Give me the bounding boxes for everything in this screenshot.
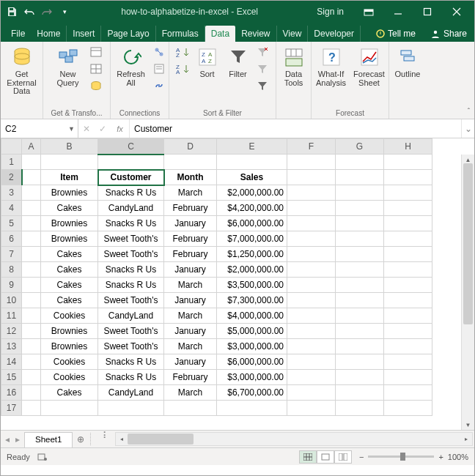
cell-C5[interactable]: Snacks R Us: [98, 216, 164, 231]
cell-D14[interactable]: January: [164, 354, 217, 370]
row-header-5[interactable]: 5: [1, 216, 22, 231]
tab-review[interactable]: Review: [235, 26, 276, 42]
cell-B17[interactable]: [41, 401, 98, 416]
refresh-all-button[interactable]: RefreshAll: [113, 44, 150, 87]
maximize-button[interactable]: [413, 1, 442, 23]
sort-desc-button[interactable]: ZA: [175, 61, 191, 77]
recent-sources-button[interactable]: [88, 78, 104, 94]
cell-C7[interactable]: Sweet Tooth's: [98, 247, 164, 262]
cell-G5[interactable]: [336, 216, 384, 231]
sheet-tab-sheet1[interactable]: Sheet1: [24, 432, 73, 447]
row-header-10[interactable]: 10: [1, 293, 22, 308]
cell-E6[interactable]: $7,000,000.00: [217, 231, 287, 247]
cell-A1[interactable]: [22, 155, 41, 170]
zoom-out-button[interactable]: −: [359, 453, 364, 461]
row-header-3[interactable]: 3: [1, 185, 22, 201]
clear-filter-button[interactable]: [254, 44, 270, 60]
cell-C14[interactable]: Snacks R Us: [98, 354, 164, 370]
undo-button[interactable]: [21, 4, 37, 20]
cell-G11[interactable]: [336, 308, 384, 324]
forecast-sheet-button[interactable]: ForecastSheet: [351, 44, 388, 87]
cell-B7[interactable]: Cakes: [41, 247, 98, 262]
sheet-nav-prev-icon[interactable]: ◂: [5, 434, 10, 445]
cell-D11[interactable]: March: [164, 308, 217, 324]
cell-G13[interactable]: [336, 339, 384, 354]
sort-asc-button[interactable]: AZ: [175, 44, 191, 60]
cell-E11[interactable]: $4,000,000.00: [217, 308, 287, 324]
cell-G3[interactable]: [336, 185, 384, 201]
horizontal-scrollbar[interactable]: ◂ ▸: [115, 432, 473, 446]
cell-G9[interactable]: [336, 278, 384, 293]
data-tools-button[interactable]: DataTools: [279, 44, 309, 87]
cell-D6[interactable]: February: [164, 231, 217, 247]
tab-home[interactable]: Home: [31, 26, 67, 42]
cell-C13[interactable]: Sweet Tooth's: [98, 339, 164, 354]
cell-B1[interactable]: [41, 155, 98, 170]
cell-H2[interactable]: [384, 170, 432, 185]
minimize-button[interactable]: [383, 1, 413, 23]
cell-C10[interactable]: Sweet Tooth's: [98, 293, 164, 308]
cell-E3[interactable]: $2,000,000.00: [217, 185, 287, 201]
cell-D3[interactable]: March: [164, 185, 217, 201]
tab-formulas[interactable]: Formulas: [156, 26, 205, 42]
row-header-11[interactable]: 11: [1, 308, 22, 324]
cell-F4[interactable]: [287, 201, 336, 216]
vertical-scrollbar[interactable]: ▲ ▼: [461, 155, 474, 430]
collapse-ribbon-icon[interactable]: ˆ: [468, 108, 470, 116]
cell-A10[interactable]: [22, 293, 41, 308]
cell-B11[interactable]: Cookies: [41, 308, 98, 324]
reapply-filter-button[interactable]: [254, 61, 270, 77]
cell-D5[interactable]: January: [164, 216, 217, 231]
cell-H6[interactable]: [384, 231, 432, 247]
tab-data[interactable]: Data: [205, 26, 235, 42]
close-button[interactable]: [442, 1, 471, 23]
cell-E1[interactable]: [217, 155, 287, 170]
cell-E16[interactable]: $6,700,000.00: [217, 385, 287, 401]
page-layout-view-button[interactable]: [317, 450, 334, 464]
cell-H3[interactable]: [384, 185, 432, 201]
cell-B6[interactable]: Brownies: [41, 231, 98, 247]
cell-E4[interactable]: $4,200,000.00: [217, 201, 287, 216]
cell-A6[interactable]: [22, 231, 41, 247]
share-button[interactable]: Share: [423, 26, 474, 42]
cell-E15[interactable]: $3,000,000.00: [217, 370, 287, 385]
cell-C9[interactable]: Snacks R Us: [98, 278, 164, 293]
cell-F12[interactable]: [287, 324, 336, 339]
cell-H16[interactable]: [384, 385, 432, 401]
row-header-7[interactable]: 7: [1, 247, 22, 262]
cell-H5[interactable]: [384, 216, 432, 231]
cell-E2[interactable]: Sales: [217, 170, 287, 185]
cell-H9[interactable]: [384, 278, 432, 293]
redo-button[interactable]: [39, 4, 55, 20]
enter-formula-icon[interactable]: ✓: [95, 119, 111, 138]
cell-E7[interactable]: $1,250,000.00: [217, 247, 287, 262]
cell-E5[interactable]: $6,000,000.00: [217, 216, 287, 231]
cell-A17[interactable]: [22, 401, 41, 416]
row-header-14[interactable]: 14: [1, 354, 22, 370]
edit-links-button[interactable]: [151, 78, 167, 94]
horizontal-scroll-thumb[interactable]: [128, 434, 194, 445]
cell-B8[interactable]: Cakes: [41, 262, 98, 278]
zoom-in-button[interactable]: +: [438, 453, 443, 461]
row-header-15[interactable]: 15: [1, 370, 22, 385]
cell-B9[interactable]: Cakes: [41, 278, 98, 293]
cell-H11[interactable]: [384, 308, 432, 324]
row-header-17[interactable]: 17: [1, 401, 22, 416]
cell-A7[interactable]: [22, 247, 41, 262]
row-header-12[interactable]: 12: [1, 324, 22, 339]
row-header-9[interactable]: 9: [1, 278, 22, 293]
from-table-button[interactable]: [88, 61, 104, 77]
cell-B2[interactable]: Item: [41, 170, 98, 185]
column-header-F[interactable]: F: [287, 139, 336, 155]
cell-D4[interactable]: February: [164, 201, 217, 216]
row-header-6[interactable]: 6: [1, 231, 22, 247]
sheet-nav-next-icon[interactable]: ▸: [15, 434, 20, 445]
ribbon-options-button[interactable]: [354, 1, 383, 23]
cell-A5[interactable]: [22, 216, 41, 231]
scroll-right-icon[interactable]: ▸: [460, 436, 472, 442]
cell-C8[interactable]: Snacks R Us: [98, 262, 164, 278]
tab-page-layout[interactable]: Page Layo: [101, 26, 155, 42]
show-queries-button[interactable]: [88, 44, 104, 60]
cell-D12[interactable]: January: [164, 324, 217, 339]
cell-C4[interactable]: CandyLand: [98, 201, 164, 216]
